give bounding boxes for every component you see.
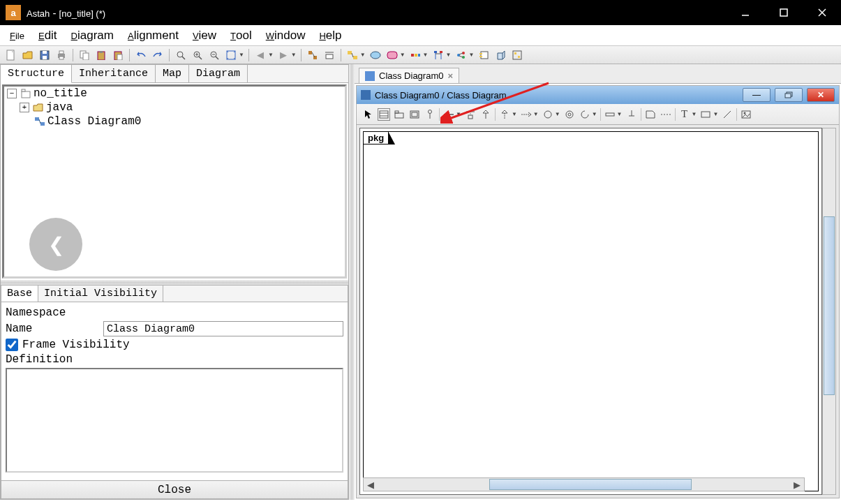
maximize-button[interactable] bbox=[764, 0, 803, 25]
dropdown-icon[interactable]: ▼ bbox=[400, 52, 405, 58]
realization-icon[interactable] bbox=[498, 108, 511, 121]
diagram-deployment-icon[interactable] bbox=[493, 48, 507, 62]
link-icon[interactable] bbox=[604, 108, 616, 121]
diagram-usecase-icon[interactable] bbox=[369, 48, 382, 62]
copy-icon[interactable] bbox=[77, 48, 91, 62]
tab-initial-visibility[interactable]: Initial Visibility bbox=[38, 286, 163, 302]
zoom-fit-icon[interactable] bbox=[224, 48, 238, 62]
diagram-activity-icon[interactable] bbox=[408, 48, 422, 62]
child-restore-button[interactable] bbox=[775, 88, 803, 102]
redo-icon[interactable] bbox=[151, 48, 165, 62]
nav-forward-icon[interactable]: ▶ bbox=[276, 48, 290, 62]
paste-special-icon[interactable] bbox=[111, 48, 125, 62]
association-icon[interactable] bbox=[442, 108, 455, 121]
dropdown-icon[interactable]: ▼ bbox=[713, 111, 718, 117]
document-tab[interactable]: Class Diagram0 × bbox=[359, 68, 459, 83]
scrollbar-thumb[interactable] bbox=[824, 216, 835, 395]
tree-item-classdiagram[interactable]: Class Diagram0 bbox=[47, 115, 141, 128]
close-tab-icon[interactable]: × bbox=[447, 71, 453, 81]
diagram-sequence-icon[interactable] bbox=[431, 48, 445, 62]
menu-window[interactable]: Window bbox=[259, 26, 313, 45]
dropdown-icon[interactable]: ▼ bbox=[360, 52, 366, 58]
diagram-communication-icon[interactable] bbox=[454, 48, 468, 62]
diagram-component-icon[interactable] bbox=[477, 48, 491, 62]
open-file-icon[interactable] bbox=[21, 48, 35, 62]
scroll-left-icon[interactable]: ◀ bbox=[364, 478, 378, 491]
menu-alignment[interactable]: Alignment bbox=[121, 26, 186, 45]
subsystem-icon[interactable] bbox=[408, 108, 421, 121]
zoom-out-icon[interactable] bbox=[207, 48, 221, 62]
dropdown-icon[interactable]: ▼ bbox=[692, 111, 697, 117]
paste-icon[interactable] bbox=[94, 48, 108, 62]
minimize-button[interactable] bbox=[726, 0, 764, 25]
diagram-canvas[interactable]: pkg ◀ ▶ bbox=[359, 128, 822, 495]
line-icon[interactable] bbox=[721, 108, 734, 121]
menu-edit[interactable]: Edit bbox=[31, 26, 64, 45]
anchor-icon[interactable] bbox=[625, 108, 638, 121]
association-class-icon[interactable] bbox=[464, 108, 477, 121]
diagram-composite-icon[interactable] bbox=[510, 48, 524, 62]
horizontal-scrollbar[interactable]: ◀ ▶ bbox=[363, 477, 805, 491]
tree-expand-icon[interactable]: + bbox=[20, 103, 29, 112]
vertical-scrollbar[interactable] bbox=[822, 128, 836, 495]
diagram-state-icon[interactable] bbox=[385, 48, 399, 62]
dropdown-icon[interactable]: ▼ bbox=[617, 111, 623, 117]
dropdown-icon[interactable]: ▼ bbox=[555, 111, 560, 117]
tab-inheritance[interactable]: Inheritance bbox=[72, 65, 156, 82]
tab-map[interactable]: Map bbox=[156, 65, 189, 82]
scrollbar-thumb[interactable] bbox=[489, 479, 692, 490]
instance-icon[interactable] bbox=[579, 108, 591, 121]
dropdown-icon[interactable]: ▼ bbox=[446, 52, 452, 58]
dropdown-icon[interactable]: ▼ bbox=[291, 52, 297, 58]
zoom-icon[interactable] bbox=[174, 48, 188, 62]
print-icon[interactable] bbox=[54, 48, 68, 62]
diagram-window-titlebar[interactable]: Class Diagram0 / Class Diagram — ✕ bbox=[357, 86, 839, 104]
frame-visibility-checkbox[interactable] bbox=[6, 339, 18, 351]
nav-back-icon[interactable]: ◀ bbox=[253, 48, 267, 62]
save-icon[interactable] bbox=[38, 48, 52, 62]
note-anchor-icon[interactable] bbox=[660, 108, 672, 121]
dependency-icon[interactable] bbox=[520, 108, 533, 121]
new-file-icon[interactable] bbox=[4, 48, 18, 62]
menu-view[interactable]: View bbox=[186, 26, 223, 45]
nav-prev-overlay-icon[interactable]: ❮ bbox=[29, 218, 82, 271]
template-binding-icon[interactable] bbox=[563, 108, 576, 121]
tool-reference-icon[interactable] bbox=[322, 48, 336, 62]
generalization-icon[interactable] bbox=[479, 108, 492, 121]
close-button[interactable]: Close bbox=[1, 480, 348, 498]
text-icon[interactable]: T bbox=[678, 108, 691, 121]
tool-structure-icon[interactable] bbox=[306, 48, 320, 62]
zoom-in-icon[interactable] bbox=[191, 48, 204, 62]
select-tool-icon[interactable] bbox=[362, 108, 375, 121]
class-icon[interactable] bbox=[378, 108, 390, 121]
dropdown-icon[interactable]: ▼ bbox=[423, 52, 429, 58]
tab-base[interactable]: Base bbox=[1, 286, 38, 302]
tab-diagram[interactable]: Diagram bbox=[189, 65, 248, 82]
tree-item-root[interactable]: no_title bbox=[34, 87, 87, 100]
child-close-button[interactable]: ✕ bbox=[807, 88, 835, 102]
name-input[interactable] bbox=[103, 321, 343, 336]
child-minimize-button[interactable]: — bbox=[743, 88, 771, 102]
structure-tree[interactable]: − no_title + java Class Diagram0 ❮ bbox=[2, 84, 347, 279]
undo-icon[interactable] bbox=[134, 48, 148, 62]
menu-diagram[interactable]: Diagram bbox=[64, 26, 121, 45]
tree-collapse-icon[interactable]: − bbox=[7, 89, 17, 98]
usage-icon[interactable] bbox=[542, 108, 554, 121]
dropdown-icon[interactable]: ▼ bbox=[268, 52, 274, 58]
dropdown-icon[interactable]: ▼ bbox=[512, 111, 517, 117]
menu-help[interactable]: Help bbox=[312, 26, 348, 45]
dropdown-icon[interactable]: ▼ bbox=[468, 52, 474, 58]
menu-tool[interactable]: Tool bbox=[223, 26, 259, 45]
note-icon[interactable] bbox=[644, 108, 657, 121]
menu-file[interactable]: File bbox=[3, 26, 31, 45]
tab-structure[interactable]: Structure bbox=[1, 65, 72, 83]
tree-item-java[interactable]: java bbox=[46, 101, 73, 114]
scroll-right-icon[interactable]: ▶ bbox=[790, 478, 804, 491]
close-button[interactable] bbox=[803, 0, 841, 25]
dropdown-icon[interactable]: ▼ bbox=[533, 111, 539, 117]
interface-icon[interactable] bbox=[424, 108, 436, 121]
dropdown-icon[interactable]: ▼ bbox=[592, 111, 597, 117]
package-icon[interactable] bbox=[393, 108, 405, 121]
definition-textarea[interactable] bbox=[6, 368, 343, 473]
rectangle-icon[interactable] bbox=[699, 108, 712, 121]
